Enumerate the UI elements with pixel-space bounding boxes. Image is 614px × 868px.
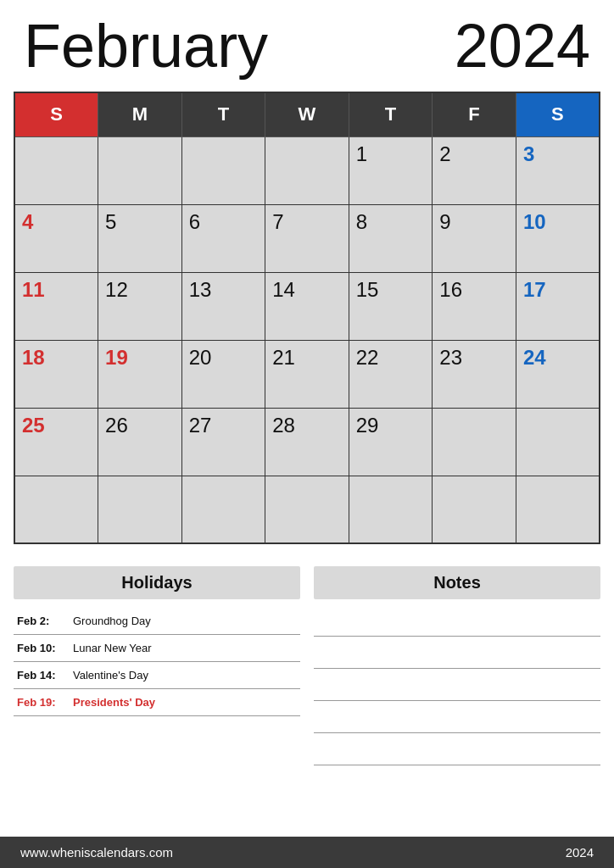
day-header-s-sun: S (14, 92, 98, 136)
bottom-section: Holidays Feb 2:Groundhog DayFeb 10:Lunar… (0, 551, 614, 777)
calendar-cell: 11 (14, 272, 98, 340)
calendar-cell (516, 476, 600, 543)
holiday-date: Feb 2: (17, 615, 61, 627)
calendar-cell: 5 (98, 204, 182, 272)
calendar-cell (98, 476, 182, 543)
list-item: Feb 14:Valentine's Day (14, 662, 300, 689)
calendar-cell (516, 408, 600, 476)
calendar-cell: 10 (516, 204, 600, 272)
day-header-w-normal: W (265, 92, 349, 136)
holiday-date: Feb 14: (17, 669, 61, 682)
calendar-cell: 22 (349, 340, 433, 408)
calendar-cell: 3 (516, 136, 600, 204)
calendar-cell: 15 (349, 272, 433, 340)
calendar-cell: 24 (516, 340, 600, 408)
holiday-name: Lunar New Year (73, 642, 152, 654)
calendar-cell: 2 (433, 136, 516, 204)
calendar-cell: 19 (98, 340, 182, 408)
day-header-s-sat: S (516, 92, 600, 136)
calendar-cell (14, 476, 98, 543)
calendar-cell: 28 (265, 408, 349, 476)
calendar-cell: 4 (14, 204, 98, 272)
month-label: February (24, 15, 268, 76)
calendar-cell: 20 (181, 340, 265, 408)
notes-lines (314, 608, 600, 765)
calendar-cell: 17 (516, 272, 600, 340)
day-header-t-normal: T (349, 92, 433, 136)
calendar-cell: 6 (181, 204, 265, 272)
calendar-cell (349, 476, 433, 543)
footer-url: www.wheniscalendars.com (20, 845, 173, 860)
holiday-name: Groundhog Day (73, 615, 151, 627)
calendar-cell: 23 (433, 340, 516, 408)
calendar-cell (14, 136, 98, 204)
calendar-cell (181, 136, 265, 204)
calendar-cell: 13 (181, 272, 265, 340)
calendar-wrapper: SMTWTFS 12345678910111213141516171819202… (0, 92, 614, 544)
notes-panel: Notes (314, 566, 600, 769)
calendar-cell (98, 136, 182, 204)
holiday-name: Presidents' Day (73, 696, 155, 709)
note-line[interactable] (314, 737, 600, 765)
note-line[interactable] (314, 704, 600, 733)
holidays-panel: Holidays Feb 2:Groundhog DayFeb 10:Lunar… (14, 566, 300, 769)
holiday-name: Valentine's Day (73, 669, 148, 682)
day-header-t-normal: T (181, 92, 265, 136)
calendar-cell: 14 (265, 272, 349, 340)
note-line[interactable] (314, 672, 600, 701)
list-item: Feb 10:Lunar New Year (14, 635, 300, 662)
notes-header: Notes (314, 566, 600, 599)
calendar-cell: 26 (98, 408, 182, 476)
calendar-cell (265, 476, 349, 543)
list-item: Feb 2:Groundhog Day (14, 608, 300, 635)
calendar-table: SMTWTFS 12345678910111213141516171819202… (14, 92, 600, 544)
calendar-cell: 7 (265, 204, 349, 272)
calendar-cell: 8 (349, 204, 433, 272)
calendar-cell: 1 (349, 136, 433, 204)
day-header-f-normal: F (433, 92, 516, 136)
calendar-cell (433, 408, 516, 476)
calendar-cell: 9 (433, 204, 516, 272)
note-line[interactable] (314, 640, 600, 669)
calendar-cell: 27 (181, 408, 265, 476)
calendar-cell: 12 (98, 272, 182, 340)
calendar-cell (433, 476, 516, 543)
day-header-m-normal: M (98, 92, 182, 136)
holidays-header: Holidays (14, 566, 300, 599)
calendar-cell: 18 (14, 340, 98, 408)
calendar-header: February 2024 (0, 0, 614, 85)
calendar-cell (181, 476, 265, 543)
footer: www.wheniscalendars.com 2024 (0, 837, 614, 868)
holiday-date: Feb 19: (17, 696, 61, 709)
holiday-list: Feb 2:Groundhog DayFeb 10:Lunar New Year… (14, 608, 300, 716)
note-line[interactable] (314, 608, 600, 637)
footer-year: 2024 (566, 845, 594, 860)
calendar-cell: 25 (14, 408, 98, 476)
calendar-cell: 16 (433, 272, 516, 340)
list-item: Feb 19:Presidents' Day (14, 689, 300, 716)
holiday-date: Feb 10: (17, 642, 61, 654)
calendar-cell (265, 136, 349, 204)
calendar-cell: 21 (265, 340, 349, 408)
year-label: 2024 (455, 15, 590, 76)
calendar-cell: 29 (349, 408, 433, 476)
